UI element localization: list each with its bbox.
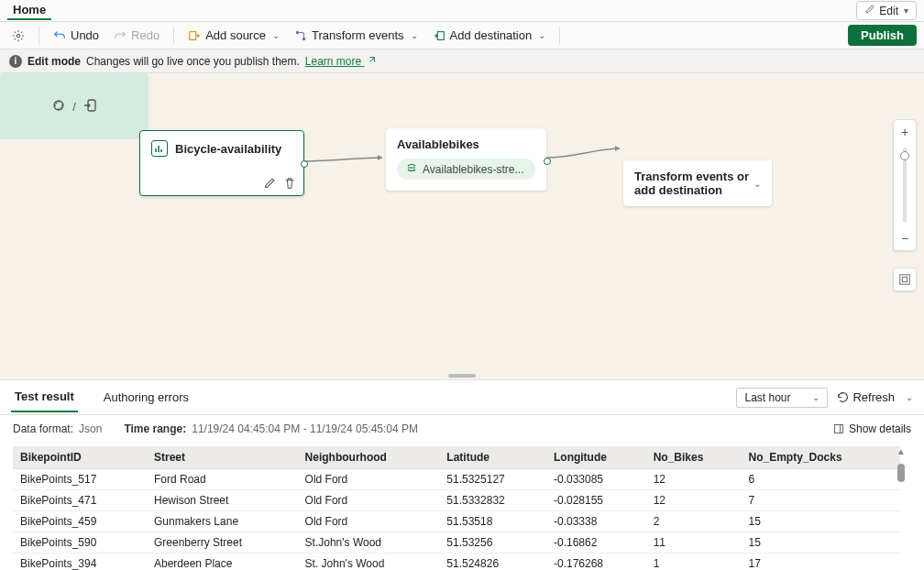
results-meta: Data format: Json Time range: 11/19/24 0… [0, 415, 924, 443]
column-header[interactable]: Longitude [546, 446, 646, 469]
results-table: BikepointIDStreetNeighbourhoodLatitudeLo… [13, 446, 900, 570]
source-icon [188, 29, 201, 42]
output-port[interactable] [301, 160, 308, 168]
info-icon: i [9, 55, 22, 68]
zoom-in-button[interactable]: + [893, 120, 917, 144]
fit-to-screen-button[interactable] [893, 268, 917, 291]
table-row[interactable]: BikePoints_471Hewison StreetOld Ford51.5… [13, 490, 900, 511]
undo-button[interactable]: Undo [47, 26, 105, 45]
table-cell: 51.5325127 [439, 469, 546, 490]
svg-point-0 [16, 34, 20, 38]
transform-icon [294, 29, 307, 42]
add-source-label: Add source [205, 28, 266, 42]
diagram-canvas[interactable]: Bicycle-availability Availablebikes Avai… [0, 73, 924, 379]
add-source-button[interactable]: Add source ⌄ [182, 26, 286, 45]
edit-label: Edit [879, 5, 898, 17]
table-row[interactable]: BikePoints_459Gunmakers LaneOld Ford51.5… [13, 511, 900, 532]
table-row[interactable]: BikePoints_517Ford RoadOld Ford51.532512… [13, 469, 900, 490]
table-cell: Hewison Street [147, 490, 298, 511]
table-cell: 2 [646, 511, 742, 532]
redo-button[interactable]: Redo [107, 26, 166, 45]
slash-separator: / [72, 100, 76, 114]
node-destination-label[interactable]: Transform events or add destination ⌄ [623, 160, 772, 206]
redo-icon [114, 29, 126, 42]
time-filter-select[interactable]: Last hour ⌄ [736, 388, 828, 408]
gear-icon [12, 29, 25, 42]
top-bar: Home Edit ▾ [0, 0, 924, 22]
settings-button[interactable] [6, 27, 31, 45]
table-cell: BikePoints_394 [13, 554, 147, 571]
svg-point-2 [296, 30, 300, 34]
table-row[interactable]: BikePoints_394Aberdeen PlaceSt. John's W… [13, 554, 900, 571]
scroll-thumb[interactable] [897, 464, 905, 482]
zoom-slider[interactable] [903, 148, 907, 223]
stream-pill[interactable]: Availablebikes-stre... [397, 159, 535, 180]
output-port[interactable] [544, 158, 551, 165]
destination-icon [433, 29, 446, 42]
node-transform-title: Availablebikes [397, 137, 535, 151]
table-cell: St.John's Wood [298, 532, 440, 554]
tab-authoring-errors[interactable]: Authoring errors [100, 383, 192, 411]
zoom-control: + − [893, 119, 917, 251]
publish-button[interactable]: Publish [848, 25, 917, 46]
chart-icon [151, 140, 168, 157]
table-cell: BikePoints_471 [13, 490, 147, 511]
tab-test-result[interactable]: Test result [11, 382, 78, 412]
table-cell: 51.5332832 [439, 490, 546, 511]
table-cell: Old Ford [298, 469, 440, 490]
column-header[interactable]: BikepointID [13, 446, 147, 469]
scroll-up-icon[interactable]: ▲ [896, 446, 906, 456]
table-cell: 12 [646, 490, 742, 511]
table-cell: 15 [742, 511, 900, 532]
pencil-icon [864, 4, 875, 17]
table-cell: 6 [742, 469, 900, 490]
refresh-button[interactable]: Refresh [837, 390, 895, 404]
resize-handle[interactable] [448, 374, 476, 378]
edit-node-icon[interactable] [263, 177, 276, 190]
chevron-down-icon: ⌄ [272, 30, 280, 40]
table-cell: -0.033085 [546, 469, 646, 490]
table-cell: 15 [742, 532, 900, 554]
edit-button[interactable]: Edit ▾ [856, 1, 917, 20]
separator [559, 27, 560, 45]
node-destination-placeholder[interactable]: / [0, 73, 148, 139]
chevron-down-icon: ⌄ [411, 30, 418, 40]
data-format-value: Json [79, 422, 102, 435]
separator [173, 27, 174, 45]
delete-node-icon[interactable] [283, 177, 296, 190]
toolbar: Undo Redo Add source ⌄ Transform events … [0, 22, 924, 49]
table-cell: -0.03338 [546, 511, 646, 532]
show-details-label: Show details [849, 422, 911, 435]
svg-rect-8 [902, 277, 907, 281]
learn-more-link[interactable]: Learn more [305, 55, 376, 68]
table-row[interactable]: BikePoints_590Greenberry StreetSt.John's… [13, 532, 900, 554]
transform-button[interactable]: Transform events ⌄ [288, 26, 424, 45]
svg-rect-4 [437, 31, 444, 39]
node-source[interactable]: Bicycle-availability [139, 130, 304, 196]
table-cell: -0.176268 [546, 554, 646, 571]
zoom-thumb[interactable] [900, 151, 909, 160]
zoom-out-button[interactable]: − [893, 226, 917, 250]
add-destination-button[interactable]: Add destination ⌄ [426, 26, 553, 45]
info-bar: i Edit mode Changes will go live once yo… [0, 49, 924, 73]
column-header[interactable]: Street [147, 446, 298, 469]
node-transform[interactable]: Availablebikes Availablebikes-stre... [386, 128, 546, 191]
svg-rect-1 [190, 31, 196, 39]
chevron-down-icon[interactable]: ⌄ [754, 179, 761, 189]
show-details-button[interactable]: Show details [833, 422, 911, 435]
destination-text: Transform events or add destination [634, 170, 752, 197]
chevron-down-icon: ⌄ [812, 392, 820, 402]
column-header[interactable]: Neighbourhood [298, 446, 440, 469]
chevron-down-icon[interactable]: ⌄ [906, 392, 913, 402]
tab-home[interactable]: Home [7, 1, 51, 20]
data-format-label: Data format: [13, 422, 73, 435]
column-header[interactable]: No_Empty_Docks [742, 446, 900, 469]
column-header[interactable]: Latitude [439, 446, 546, 469]
chevron-down-icon: ▾ [904, 5, 908, 16]
column-header[interactable]: No_Bikes [646, 446, 742, 469]
table-cell: 12 [646, 469, 742, 490]
connector-arrow [546, 143, 627, 165]
table-scrollbar[interactable]: ▲ [895, 446, 908, 482]
table-cell: BikePoints_517 [13, 469, 147, 490]
table-cell: -0.028155 [546, 490, 646, 511]
